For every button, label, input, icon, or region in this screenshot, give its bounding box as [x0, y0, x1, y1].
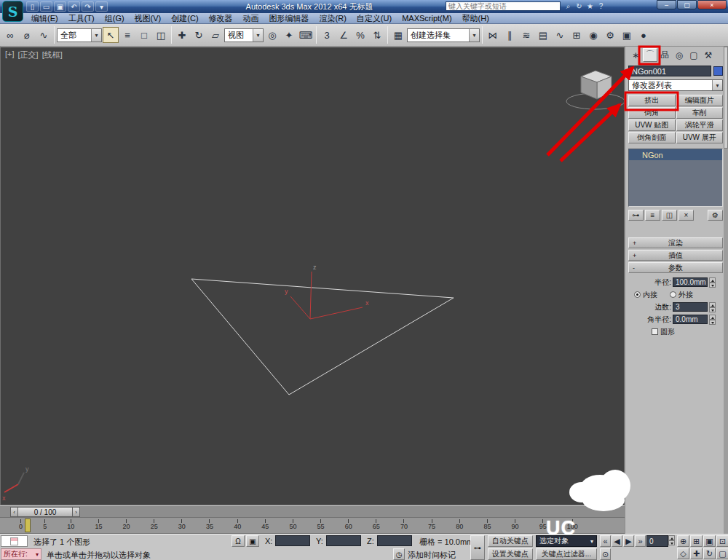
z-coordinate-field[interactable]	[377, 535, 412, 546]
pan-icon[interactable]: ✚	[690, 548, 703, 559]
keyboard-shortcut-override-icon[interactable]: ⌨	[298, 27, 314, 43]
current-frame-field[interactable]: 0	[646, 535, 668, 547]
menu-item[interactable]: 编辑(E)	[26, 13, 63, 24]
chevron-down-icon[interactable]: ▾	[590, 538, 593, 545]
select-by-name-icon[interactable]: ≡	[119, 27, 135, 43]
previous-frame-cap[interactable]: ‹	[10, 507, 18, 517]
quick-access-more-icon[interactable]: ▾	[95, 1, 108, 12]
menu-item[interactable]: 组(G)	[100, 13, 130, 24]
snaps-toggle-icon[interactable]: 3	[319, 27, 335, 43]
play-icon[interactable]: ▶	[623, 535, 634, 547]
field-of-view-icon[interactable]: ◇	[677, 548, 689, 559]
previous-frame-icon[interactable]: ◀	[612, 535, 622, 547]
maxscript-listener-line[interactable]: 所在行: ▾	[1, 548, 41, 560]
modifier-stack[interactable]: NGon	[628, 149, 723, 207]
viewport-menu-plus[interactable]: [+]	[5, 50, 15, 60]
radius-spinner[interactable]	[709, 277, 716, 288]
time-slider[interactable]: ‹ 0 / 100 ›	[10, 507, 80, 517]
maximize-viewport-icon[interactable]: ▢	[716, 548, 728, 559]
auto-key-button[interactable]: 自动关键点	[488, 535, 533, 547]
rollout-header[interactable]: + 渲染	[628, 237, 723, 248]
menu-item[interactable]: 创建(C)	[166, 13, 203, 24]
configure-modifier-sets-icon[interactable]: ⚙	[708, 210, 723, 221]
zoom-extents-all-icon[interactable]: ⊡	[716, 535, 728, 547]
pin-stack-icon[interactable]: ⊶	[628, 210, 644, 221]
infocenter-search-input[interactable]	[446, 1, 561, 11]
sides-spinner[interactable]	[709, 302, 716, 312]
mirror-icon[interactable]: ⋈	[485, 27, 501, 43]
scrollbar-thumb[interactable]	[724, 47, 728, 149]
named-selection-sets-dropdown[interactable]: 创建选择集 ▾	[407, 28, 480, 42]
viewport-shading-label[interactable]: [线框]	[42, 50, 63, 60]
modifier-button[interactable]: 编辑面片	[676, 95, 724, 106]
menu-item[interactable]: 图形编辑器	[264, 13, 314, 24]
tab-utilities[interactable]: ⚒	[701, 48, 716, 62]
layer-manager-icon[interactable]: ≋	[518, 27, 534, 43]
rollout-header[interactable]: + 插值	[628, 250, 723, 261]
tab-display[interactable]: ▢	[687, 48, 701, 62]
frame-spinner[interactable]	[668, 535, 675, 545]
minimize-button[interactable]: –	[657, 0, 676, 9]
modifier-button[interactable]: UVW 展开	[676, 132, 724, 143]
use-pivot-point-center-icon[interactable]: ◎	[264, 27, 280, 43]
maximize-button[interactable]: ▢	[677, 0, 697, 9]
spinner-snap-icon[interactable]: ⇅	[369, 27, 385, 43]
view-cube[interactable]	[566, 71, 624, 109]
make-unique-icon[interactable]: ◫	[662, 210, 677, 221]
tab-hierarchy[interactable]: 品	[657, 48, 672, 62]
menu-item[interactable]: 渲染(R)	[314, 13, 352, 24]
chevron-down-icon[interactable]: ▾	[253, 29, 263, 42]
open-file-icon[interactable]: ▭	[40, 1, 52, 12]
modifier-button[interactable]: 挤出	[628, 95, 676, 106]
favorites-icon[interactable]: ★	[585, 2, 596, 11]
menu-item[interactable]: 视图(V)	[130, 13, 167, 24]
align-icon[interactable]: ∥	[502, 27, 518, 43]
time-slider-track[interactable]: ‹ 0 / 100 ›	[0, 505, 625, 518]
track-bar[interactable]: 0510152025303540455055606570758085909510…	[0, 518, 625, 534]
modifier-button[interactable]: 车削	[676, 107, 724, 119]
menu-item[interactable]: MAXScript(M)	[397, 13, 456, 24]
search-icon[interactable]: ⌕	[563, 2, 574, 11]
rollout-header[interactable]: - 参数	[628, 262, 723, 273]
rendered-frame-window-icon[interactable]: ▣	[619, 27, 635, 43]
tab-create[interactable]: ∗	[628, 48, 643, 62]
select-and-scale-icon[interactable]: ▱	[207, 27, 223, 43]
menu-item[interactable]: 自定义(U)	[352, 13, 397, 24]
help-icon[interactable]: ?	[596, 2, 606, 11]
modifier-stack-item[interactable]: NGon	[629, 149, 722, 160]
chevron-down-icon[interactable]: ▾	[712, 80, 722, 90]
unlink-selection-icon[interactable]: ⌀	[19, 27, 35, 43]
circular-checkbox[interactable]	[652, 328, 658, 335]
rectangular-selection-region-icon[interactable]: □	[136, 27, 152, 43]
close-button[interactable]: ×	[697, 0, 727, 9]
object-name-field[interactable]: NGon001	[628, 66, 711, 76]
tab-motion[interactable]: ◎	[672, 48, 687, 62]
selection-lock-icon[interactable]: Ω	[232, 535, 245, 547]
viewport[interactable]: [+] [正交] [线框] z y x x y	[0, 47, 625, 505]
go-to-end-icon[interactable]: »	[635, 535, 646, 547]
menu-item[interactable]: 修改器	[204, 13, 238, 24]
curve-editor-icon[interactable]: ∿	[552, 27, 568, 43]
menu-item[interactable]: 工具(T)	[63, 13, 100, 24]
remove-modifier-icon[interactable]: ×	[678, 210, 694, 221]
circumscribed-radio[interactable]	[670, 291, 676, 298]
render-setup-icon[interactable]: ⚙	[602, 27, 618, 43]
chevron-down-icon[interactable]: ▾	[469, 29, 479, 42]
command-panel-scrollbar[interactable]	[724, 47, 728, 534]
key-mode-toggle-icon[interactable]: ⊙	[600, 548, 611, 560]
set-key-big-icon[interactable]: ⊶	[470, 535, 485, 560]
new-file-icon[interactable]: ▯	[26, 1, 39, 12]
zoom-icon[interactable]: ⊕	[677, 535, 689, 547]
select-and-rotate-icon[interactable]: ↻	[191, 27, 207, 43]
edit-named-selection-sets-icon[interactable]: ▦	[390, 27, 406, 43]
modifier-button[interactable]: 倒角	[628, 107, 676, 119]
tab-modify[interactable]: ⌒	[643, 48, 657, 62]
time-tag-clock-icon[interactable]: ◷	[393, 548, 405, 560]
orbit-icon[interactable]: ↻	[703, 548, 716, 559]
corner-radius-spinner[interactable]	[709, 315, 716, 325]
next-frame-cap[interactable]: ›	[72, 507, 80, 517]
window-crossing-icon[interactable]: ◫	[153, 27, 169, 43]
select-object-icon[interactable]: ↖	[103, 27, 119, 43]
x-coordinate-field[interactable]	[275, 535, 310, 546]
menu-item[interactable]: 动画	[238, 13, 264, 24]
